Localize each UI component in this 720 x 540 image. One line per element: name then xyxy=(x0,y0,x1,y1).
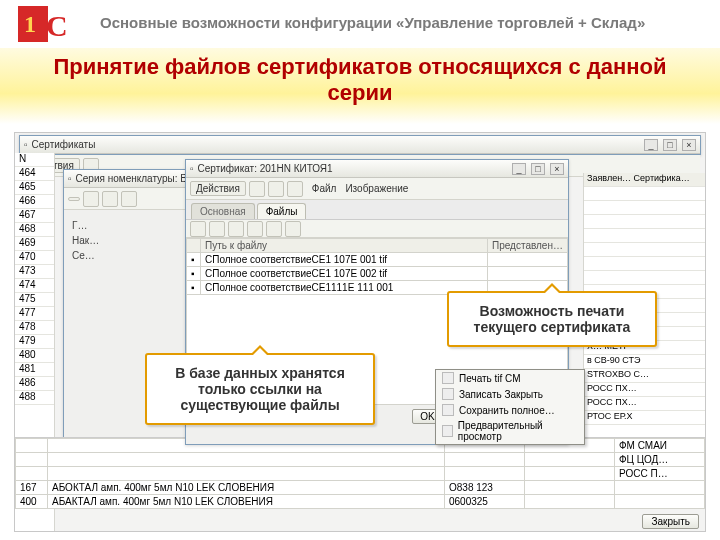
filter-icon[interactable] xyxy=(285,221,301,237)
col-header: N xyxy=(15,153,54,167)
table-row[interactable]: 167АБОКТАЛ амп. 400мг 5мл N10 LEK СЛОВЕН… xyxy=(16,481,705,495)
back-window-titlebar[interactable]: ▫ Сертификаты _ □ × xyxy=(19,135,701,155)
col-path[interactable]: Путь к файлу xyxy=(201,239,488,253)
table-row[interactable]: ▪CПолное соответствиеCE1 107E 002 tif xyxy=(187,267,568,281)
sort-icon[interactable] xyxy=(266,221,282,237)
minimize-icon[interactable]: _ xyxy=(512,163,526,175)
col-representation[interactable]: Представлен… xyxy=(488,239,568,253)
cell xyxy=(584,187,705,201)
row-number: 475 xyxy=(15,293,54,307)
menu-item-print[interactable]: Печать tif СМ xyxy=(436,370,584,386)
window-icon: ▫ xyxy=(24,139,28,150)
toolbar-icon[interactable] xyxy=(268,181,284,197)
table-row[interactable]: РОСС П… xyxy=(16,467,705,481)
row-number: 479 xyxy=(15,335,54,349)
preview-icon xyxy=(442,425,453,437)
close-icon[interactable]: × xyxy=(682,139,696,151)
table-row[interactable]: 400АБАКТАЛ амп. 400мг 5мл N10 LEK СЛОВЕН… xyxy=(16,509,705,510)
row-number: 478 xyxy=(15,321,54,335)
config-subtitle: Основные возможности конфигурации «Управ… xyxy=(100,14,645,31)
tabs: Основная Файлы xyxy=(186,200,568,220)
cell: в СВ-90 СТЭ xyxy=(584,355,705,369)
tab-files[interactable]: Файлы xyxy=(257,203,307,219)
actions-button[interactable] xyxy=(68,197,80,201)
certificate-toolbar: Действия Файл Изображение xyxy=(186,178,568,200)
menu-item-save-full[interactable]: Сохранить полное… xyxy=(436,402,584,418)
workspace: ▫ Сертификаты _ □ × Действия N 464 465 4… xyxy=(14,132,706,532)
row-number: 474 xyxy=(15,279,54,293)
app-logo: 1 С xyxy=(18,6,78,44)
toolbar-icon[interactable] xyxy=(249,181,265,197)
actions-button[interactable]: Действия xyxy=(190,181,246,196)
row-number: 488 xyxy=(15,391,54,405)
add-icon[interactable] xyxy=(190,221,206,237)
series-window-title: Серия номенклатуры: В… xyxy=(76,173,197,184)
tab-main[interactable]: Основная xyxy=(191,203,255,219)
row-number: 477 xyxy=(15,307,54,321)
maximize-icon[interactable]: □ xyxy=(531,163,545,175)
file-menu[interactable]: Файл xyxy=(312,183,337,194)
table-row[interactable]: ФЦ ЦОД… xyxy=(16,453,705,467)
menu-item-preview[interactable]: Предварительный просмотр xyxy=(436,418,584,444)
col-header: Заявлен… Сертифика… xyxy=(584,173,705,187)
print-icon xyxy=(442,372,454,384)
row-number: 466 xyxy=(15,195,54,209)
maximize-icon[interactable]: □ xyxy=(663,139,677,151)
row-number: 464 xyxy=(15,167,54,181)
row-number: 468 xyxy=(15,223,54,237)
cell xyxy=(584,229,705,243)
cell xyxy=(584,257,705,271)
cell xyxy=(584,201,705,215)
window-icon: ▫ xyxy=(68,173,72,184)
toolbar-icon[interactable] xyxy=(102,191,118,207)
table-row[interactable]: 400АБАКТАЛ амп. 400мг 5мл N10 LEK СЛОВЕН… xyxy=(16,495,705,509)
callout-links: В базе данных хранятся только ссылки на … xyxy=(145,353,375,425)
svg-text:1: 1 xyxy=(24,11,36,37)
cell: РОСС ПХ… xyxy=(584,383,705,397)
save-icon xyxy=(442,388,454,400)
row-number: 486 xyxy=(15,377,54,391)
bottom-grid[interactable]: ФМ СМАИ ФЦ ЦОД… РОСС П… 167АБОКТАЛ амп. … xyxy=(15,437,705,509)
cell xyxy=(584,271,705,285)
toolbar-icon[interactable] xyxy=(83,191,99,207)
cell: РТОС ЕР.X xyxy=(584,411,705,425)
back-window-title: Сертификаты xyxy=(32,139,96,150)
cell xyxy=(584,215,705,229)
delete-icon[interactable] xyxy=(228,221,244,237)
help-icon[interactable] xyxy=(287,181,303,197)
table-row[interactable]: ▪CПолное соответствиеCE1 107E 001 tif xyxy=(187,253,568,267)
row-number: 481 xyxy=(15,363,54,377)
row-number: 467 xyxy=(15,209,54,223)
files-toolbar xyxy=(186,220,568,238)
row-number: 465 xyxy=(15,181,54,195)
edit-icon[interactable] xyxy=(209,221,225,237)
cell: STROXBO C… xyxy=(584,369,705,383)
toolbar-icon[interactable] xyxy=(121,191,137,207)
row-number: 480 xyxy=(15,349,54,363)
svg-text:С: С xyxy=(46,9,68,42)
certificate-window-title: Сертификат: 201HN КИТОЯ1 xyxy=(198,163,333,174)
close-icon[interactable]: × xyxy=(550,163,564,175)
save-icon xyxy=(442,404,454,416)
footer-close-button[interactable]: Закрыть xyxy=(642,514,699,529)
row-number: 469 xyxy=(15,237,54,251)
context-menu[interactable]: Печать tif СМ Записать Закрыть Сохранить… xyxy=(435,369,585,445)
image-menu[interactable]: Изображение xyxy=(345,183,408,194)
menu-item-save-close[interactable]: Записать Закрыть xyxy=(436,386,584,402)
refresh-icon[interactable] xyxy=(247,221,263,237)
row-number: 473 xyxy=(15,265,54,279)
page-title: Принятие файлов сертификатов относящихся… xyxy=(0,48,720,124)
cell xyxy=(584,243,705,257)
cell: РОСС ПХ… xyxy=(584,397,705,411)
minimize-icon[interactable]: _ xyxy=(644,139,658,151)
window-icon: ▫ xyxy=(190,163,194,174)
row-number: 470 xyxy=(15,251,54,265)
callout-print: Возможность печати текущего сертификата xyxy=(447,291,657,347)
